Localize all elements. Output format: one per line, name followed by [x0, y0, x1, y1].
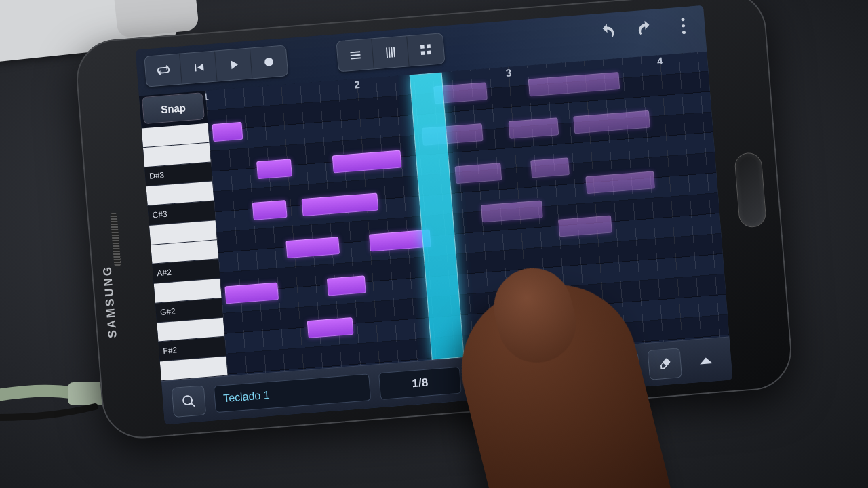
- midi-note[interactable]: [327, 275, 366, 296]
- bar-number: 2: [354, 79, 361, 91]
- list-view-button[interactable]: [337, 39, 374, 71]
- piano-roll-button[interactable]: [372, 36, 409, 68]
- redo-button[interactable]: [632, 16, 658, 42]
- phone-speaker: [110, 213, 121, 268]
- search-button[interactable]: [172, 385, 206, 418]
- transport-group: [144, 45, 288, 87]
- midi-note[interactable]: [212, 122, 243, 142]
- app-screen: Snap D#3C#3A#2G#2F#2 1234 Teclado 1: [136, 5, 733, 424]
- midi-note[interactable]: [307, 317, 354, 338]
- snap-button[interactable]: Snap: [142, 92, 205, 124]
- midi-note[interactable]: [531, 157, 570, 178]
- pencil-tool-button[interactable]: [606, 351, 640, 384]
- home-button[interactable]: [734, 152, 767, 228]
- loop-button[interactable]: [144, 54, 182, 87]
- rewind-button[interactable]: [180, 52, 217, 84]
- record-button[interactable]: [250, 45, 288, 78]
- midi-note[interactable]: [252, 200, 288, 220]
- play-button[interactable]: [215, 49, 252, 81]
- svg-rect-3: [420, 45, 425, 49]
- undo-button[interactable]: [594, 19, 620, 45]
- eraser-tool-button[interactable]: [648, 348, 682, 380]
- view-group: [336, 33, 445, 72]
- svg-rect-6: [427, 50, 431, 54]
- svg-rect-4: [427, 44, 431, 48]
- more-menu-button[interactable]: [670, 13, 696, 39]
- track-name-label: Teclado 1: [223, 388, 271, 404]
- track-name-field[interactable]: Teclado 1: [214, 373, 371, 413]
- bar-number: 3: [505, 66, 512, 79]
- snap-fraction-field[interactable]: 1/8: [378, 366, 462, 399]
- piano-roll-grid[interactable]: 1234: [205, 52, 730, 376]
- svg-rect-5: [421, 51, 425, 55]
- phone-brand: SAMSUNG: [100, 264, 119, 338]
- desk-object: [113, 0, 199, 38]
- midi-note[interactable]: [455, 163, 502, 184]
- desk-surface: SAMSUNG: [0, 0, 868, 488]
- midi-note[interactable]: [256, 159, 292, 179]
- grid-view-button[interactable]: [407, 33, 444, 66]
- phone-body: SAMSUNG: [73, 0, 794, 441]
- svg-point-2: [264, 58, 274, 67]
- bar-number: 4: [656, 55, 663, 67]
- snap-fraction-label: 1/8: [412, 375, 429, 390]
- expand-panel-button[interactable]: [689, 344, 722, 377]
